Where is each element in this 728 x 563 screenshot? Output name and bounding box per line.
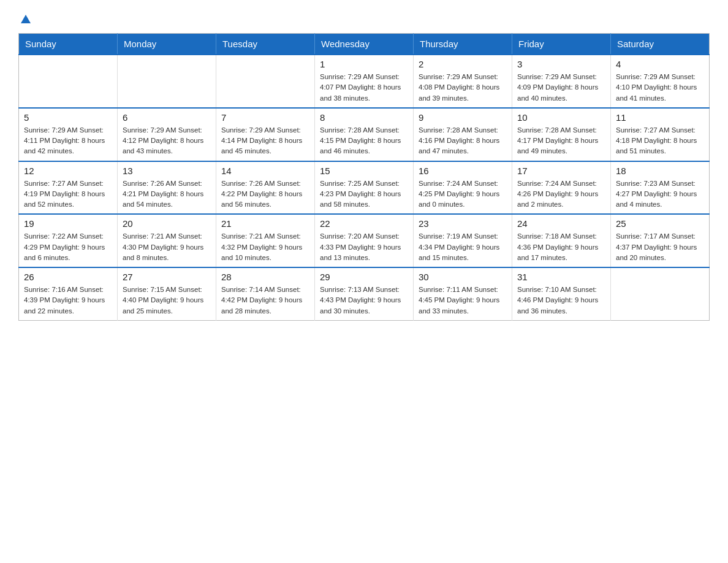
- calendar-cell: 20Sunrise: 7:21 AM Sunset: 4:30 PM Dayli…: [118, 214, 216, 267]
- day-info: Sunrise: 7:26 AM Sunset: 4:21 PM Dayligh…: [123, 178, 211, 210]
- calendar-cell: 6Sunrise: 7:29 AM Sunset: 4:12 PM Daylig…: [118, 108, 216, 161]
- day-info: Sunrise: 7:11 AM Sunset: 4:45 PM Dayligh…: [419, 285, 507, 316]
- weekday-header-row: SundayMondayTuesdayWednesdayThursdayFrid…: [19, 34, 710, 55]
- day-info: Sunrise: 7:24 AM Sunset: 4:25 PM Dayligh…: [419, 178, 507, 210]
- day-info: Sunrise: 7:28 AM Sunset: 4:15 PM Dayligh…: [320, 125, 408, 157]
- calendar-cell: 13Sunrise: 7:26 AM Sunset: 4:21 PM Dayli…: [118, 161, 216, 215]
- day-number: 8: [320, 112, 408, 123]
- day-number: 18: [616, 166, 704, 176]
- calendar-cell: [216, 55, 315, 108]
- calendar-cell: 12Sunrise: 7:27 AM Sunset: 4:19 PM Dayli…: [19, 161, 118, 215]
- day-number: 5: [24, 112, 112, 123]
- day-info: Sunrise: 7:20 AM Sunset: 4:33 PM Dayligh…: [320, 231, 408, 263]
- page-header: [18, 12, 710, 21]
- day-number: 2: [419, 59, 507, 69]
- day-info: Sunrise: 7:27 AM Sunset: 4:18 PM Dayligh…: [616, 125, 704, 157]
- day-number: 19: [24, 218, 112, 229]
- calendar-cell: 28Sunrise: 7:14 AM Sunset: 4:42 PM Dayli…: [216, 267, 315, 320]
- day-number: 24: [517, 218, 605, 229]
- day-info: Sunrise: 7:27 AM Sunset: 4:19 PM Dayligh…: [24, 178, 112, 210]
- day-number: 12: [24, 166, 112, 176]
- day-number: 23: [419, 218, 507, 229]
- weekday-header-wednesday: Wednesday: [315, 34, 414, 55]
- day-info: Sunrise: 7:29 AM Sunset: 4:10 PM Dayligh…: [616, 72, 704, 104]
- day-number: 7: [221, 112, 309, 123]
- day-info: Sunrise: 7:28 AM Sunset: 4:16 PM Dayligh…: [419, 125, 507, 157]
- day-number: 21: [221, 218, 309, 229]
- day-info: Sunrise: 7:13 AM Sunset: 4:43 PM Dayligh…: [320, 285, 408, 316]
- day-info: Sunrise: 7:25 AM Sunset: 4:23 PM Dayligh…: [320, 178, 408, 210]
- calendar-cell: [611, 267, 710, 320]
- calendar-week-row: 19Sunrise: 7:22 AM Sunset: 4:29 PM Dayli…: [19, 214, 710, 267]
- day-number: 9: [419, 112, 507, 123]
- svg-marker-0: [21, 15, 31, 23]
- day-number: 4: [616, 59, 704, 69]
- calendar-cell: 8Sunrise: 7:28 AM Sunset: 4:15 PM Daylig…: [315, 108, 414, 161]
- calendar-cell: 18Sunrise: 7:23 AM Sunset: 4:27 PM Dayli…: [611, 161, 710, 215]
- calendar-cell: [118, 55, 216, 108]
- day-number: 22: [320, 218, 408, 229]
- day-number: 31: [517, 272, 605, 282]
- day-info: Sunrise: 7:10 AM Sunset: 4:46 PM Dayligh…: [517, 285, 605, 316]
- calendar-header: SundayMondayTuesdayWednesdayThursdayFrid…: [19, 34, 710, 55]
- calendar-cell: 29Sunrise: 7:13 AM Sunset: 4:43 PM Dayli…: [315, 267, 414, 320]
- day-info: Sunrise: 7:21 AM Sunset: 4:30 PM Dayligh…: [123, 231, 211, 263]
- calendar-cell: 4Sunrise: 7:29 AM Sunset: 4:10 PM Daylig…: [611, 55, 710, 108]
- calendar-cell: 27Sunrise: 7:15 AM Sunset: 4:40 PM Dayli…: [118, 267, 216, 320]
- calendar-cell: 17Sunrise: 7:24 AM Sunset: 4:26 PM Dayli…: [512, 161, 611, 215]
- weekday-header-sunday: Sunday: [19, 34, 118, 55]
- calendar-cell: 11Sunrise: 7:27 AM Sunset: 4:18 PM Dayli…: [611, 108, 710, 161]
- calendar-cell: 1Sunrise: 7:29 AM Sunset: 4:07 PM Daylig…: [315, 55, 414, 108]
- day-number: 1: [320, 59, 408, 69]
- day-number: 17: [517, 166, 605, 176]
- day-info: Sunrise: 7:16 AM Sunset: 4:39 PM Dayligh…: [24, 285, 112, 316]
- weekday-header-monday: Monday: [118, 34, 216, 55]
- day-info: Sunrise: 7:26 AM Sunset: 4:22 PM Dayligh…: [221, 178, 309, 210]
- day-number: 27: [123, 272, 211, 282]
- weekday-header-friday: Friday: [512, 34, 611, 55]
- day-number: 16: [419, 166, 507, 176]
- calendar-week-row: 5Sunrise: 7:29 AM Sunset: 4:11 PM Daylig…: [19, 108, 710, 161]
- day-info: Sunrise: 7:29 AM Sunset: 4:11 PM Dayligh…: [24, 125, 112, 157]
- calendar-week-row: 26Sunrise: 7:16 AM Sunset: 4:39 PM Dayli…: [19, 267, 710, 320]
- day-info: Sunrise: 7:29 AM Sunset: 4:08 PM Dayligh…: [419, 72, 507, 104]
- calendar-cell: [19, 55, 118, 108]
- calendar-cell: 26Sunrise: 7:16 AM Sunset: 4:39 PM Dayli…: [19, 267, 118, 320]
- calendar-body: 1Sunrise: 7:29 AM Sunset: 4:07 PM Daylig…: [19, 55, 710, 320]
- calendar-cell: 7Sunrise: 7:29 AM Sunset: 4:14 PM Daylig…: [216, 108, 315, 161]
- day-number: 13: [123, 166, 211, 176]
- day-number: 28: [221, 272, 309, 282]
- calendar-week-row: 12Sunrise: 7:27 AM Sunset: 4:19 PM Dayli…: [19, 161, 710, 215]
- logo-triangle-icon: [20, 13, 31, 25]
- day-number: 14: [221, 166, 309, 176]
- day-number: 10: [517, 112, 605, 123]
- calendar-cell: 21Sunrise: 7:21 AM Sunset: 4:32 PM Dayli…: [216, 214, 315, 267]
- day-info: Sunrise: 7:21 AM Sunset: 4:32 PM Dayligh…: [221, 231, 309, 263]
- day-info: Sunrise: 7:29 AM Sunset: 4:14 PM Dayligh…: [221, 125, 309, 157]
- day-number: 11: [616, 112, 704, 123]
- calendar-cell: 24Sunrise: 7:18 AM Sunset: 4:36 PM Dayli…: [512, 214, 611, 267]
- day-info: Sunrise: 7:18 AM Sunset: 4:36 PM Dayligh…: [517, 231, 605, 263]
- day-number: 15: [320, 166, 408, 176]
- logo: [18, 12, 31, 21]
- calendar-week-row: 1Sunrise: 7:29 AM Sunset: 4:07 PM Daylig…: [19, 55, 710, 108]
- day-info: Sunrise: 7:29 AM Sunset: 4:07 PM Dayligh…: [320, 72, 408, 104]
- day-info: Sunrise: 7:19 AM Sunset: 4:34 PM Dayligh…: [419, 231, 507, 263]
- calendar-cell: 31Sunrise: 7:10 AM Sunset: 4:46 PM Dayli…: [512, 267, 611, 320]
- day-info: Sunrise: 7:17 AM Sunset: 4:37 PM Dayligh…: [616, 231, 704, 263]
- calendar-cell: 3Sunrise: 7:29 AM Sunset: 4:09 PM Daylig…: [512, 55, 611, 108]
- weekday-header-tuesday: Tuesday: [216, 34, 315, 55]
- day-info: Sunrise: 7:23 AM Sunset: 4:27 PM Dayligh…: [616, 178, 704, 210]
- weekday-header-saturday: Saturday: [611, 34, 710, 55]
- calendar-cell: 23Sunrise: 7:19 AM Sunset: 4:34 PM Dayli…: [414, 214, 512, 267]
- day-number: 26: [24, 272, 112, 282]
- calendar-cell: 16Sunrise: 7:24 AM Sunset: 4:25 PM Dayli…: [414, 161, 512, 215]
- calendar-table: SundayMondayTuesdayWednesdayThursdayFrid…: [18, 33, 710, 321]
- day-info: Sunrise: 7:22 AM Sunset: 4:29 PM Dayligh…: [24, 231, 112, 263]
- day-info: Sunrise: 7:14 AM Sunset: 4:42 PM Dayligh…: [221, 285, 309, 316]
- calendar-cell: 9Sunrise: 7:28 AM Sunset: 4:16 PM Daylig…: [414, 108, 512, 161]
- calendar-cell: 2Sunrise: 7:29 AM Sunset: 4:08 PM Daylig…: [414, 55, 512, 108]
- day-number: 30: [419, 272, 507, 282]
- day-number: 29: [320, 272, 408, 282]
- day-number: 25: [616, 218, 704, 229]
